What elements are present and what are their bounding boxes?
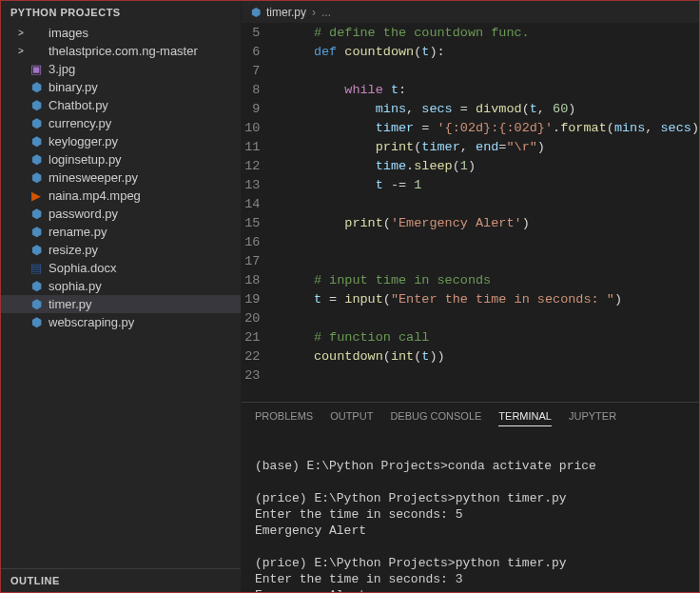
file-item-label: naina.mp4.mpeg	[49, 188, 141, 203]
line-number: 22	[242, 347, 260, 366]
python-icon: ⬢	[28, 116, 45, 130]
python-icon: ⬢	[28, 279, 45, 293]
file-item-label: webscraping.py	[49, 315, 134, 329]
file-item-label: keylogger.py	[49, 134, 118, 148]
explorer-section-title: PYTHON PROJECTS	[1, 1, 241, 24]
file-item-label: timer.py	[49, 297, 92, 311]
file-item[interactable]: ⬢timer.py	[1, 295, 241, 313]
doc-icon: ▤	[28, 261, 45, 275]
code-line[interactable]: t -= 1	[282, 176, 699, 195]
terminal-line: (price) E:\Python Projects>python timer.…	[255, 490, 686, 506]
code-line[interactable]: mins, secs = divmod(t, 60)	[282, 100, 699, 119]
line-number: 10	[242, 119, 260, 138]
code-line[interactable]	[282, 309, 699, 328]
code-line[interactable]: print(timer, end="\r")	[282, 138, 699, 157]
code-line[interactable]: timer = '{:02d}:{:02d}'.format(mins, sec…	[282, 119, 699, 138]
bottom-panel: PROBLEMSOUTPUTDEBUG CONSOLETERMINALJUPYT…	[242, 402, 699, 592]
panel-tab[interactable]: TERMINAL	[498, 410, 552, 426]
editor-tab-timer[interactable]: ⬢ timer.py › ...	[242, 1, 340, 23]
line-number: 18	[242, 271, 260, 290]
video-icon: ▶	[28, 188, 45, 203]
python-icon: ⬢	[28, 80, 45, 94]
panel-tab[interactable]: PROBLEMS	[255, 410, 313, 426]
file-item-label: 3.jpg	[49, 62, 75, 76]
panel-tab[interactable]: OUTPUT	[330, 410, 373, 426]
file-item-label: sophia.py	[49, 279, 102, 293]
file-item[interactable]: >images	[1, 24, 241, 42]
editor-area: ⬢ timer.py › ... 56789101112131415161718…	[242, 1, 699, 592]
code-line[interactable]	[282, 62, 699, 81]
python-icon: ⬢	[28, 134, 45, 148]
line-number-gutter: 567891011121314151617181920212223	[242, 24, 275, 402]
code-line[interactable]: while t:	[282, 81, 699, 100]
code-line[interactable]	[282, 195, 699, 214]
line-number: 11	[242, 138, 260, 157]
line-number: 7	[242, 62, 260, 81]
file-item[interactable]: ⬢password.py	[1, 205, 241, 223]
terminal-line: Emergency Alert	[255, 523, 686, 539]
python-icon: ⬢	[28, 225, 45, 239]
file-item[interactable]: ⬢loginsetup.py	[1, 150, 241, 168]
code-line[interactable]	[282, 366, 699, 385]
chevron-right-icon: >	[14, 28, 28, 38]
chevron-right-icon: ›	[312, 6, 316, 19]
panel-tab[interactable]: DEBUG CONSOLE	[390, 410, 481, 426]
chevron-right-icon: >	[14, 46, 28, 56]
terminal-line: Enter the time in seconds: 5	[255, 506, 686, 523]
file-item[interactable]: ▣3.jpg	[1, 60, 241, 78]
code-line[interactable]: # input time in seconds	[282, 271, 699, 290]
terminal-line: (price) E:\Python Projects>python timer.…	[255, 555, 686, 571]
line-number: 14	[242, 195, 260, 214]
file-item[interactable]: ⬢rename.py	[1, 223, 241, 241]
code-line[interactable]: time.sleep(1)	[282, 157, 699, 176]
panel-tab[interactable]: JUPYTER	[569, 410, 616, 426]
file-item[interactable]: ⬢sophia.py	[1, 277, 241, 295]
code-line[interactable]: # define the countdown func.	[282, 24, 699, 43]
outline-section-title[interactable]: OUTLINE	[1, 568, 241, 592]
image-icon: ▣	[28, 62, 45, 76]
terminal-output[interactable]: (base) E:\Python Projects>conda activate…	[242, 432, 699, 593]
python-icon: ⬢	[28, 98, 45, 112]
file-item-label: minesweeper.py	[49, 170, 138, 185]
code-line[interactable]: countdown(int(t))	[282, 347, 699, 366]
file-item[interactable]: ⬢minesweeper.py	[1, 168, 241, 187]
code-content[interactable]: # define the countdown func. def countdo…	[275, 24, 699, 402]
code-editor[interactable]: 567891011121314151617181920212223 # defi…	[242, 24, 699, 402]
terminal-line	[255, 539, 686, 555]
python-icon: ⬢	[28, 152, 45, 167]
file-item[interactable]: ⬢webscraping.py	[1, 313, 241, 331]
file-item-label: Chatbot.py	[49, 98, 108, 112]
code-line[interactable]: t = input("Enter the time in seconds: ")	[282, 290, 699, 309]
file-item[interactable]: ⬢resize.py	[1, 241, 241, 259]
file-item[interactable]: ⬢binary.py	[1, 78, 241, 96]
file-item[interactable]: ▤Sophia.docx	[1, 259, 241, 277]
line-number: 9	[242, 100, 260, 119]
code-line[interactable]: def countdown(t):	[282, 43, 699, 62]
line-number: 6	[242, 43, 260, 62]
breadcrumb-more[interactable]: ...	[321, 6, 331, 19]
code-line[interactable]: print('Emergency Alert')	[282, 214, 699, 233]
python-icon: ⬢	[28, 170, 45, 185]
code-line[interactable]	[282, 252, 699, 271]
file-item[interactable]: ⬢currency.py	[1, 114, 241, 132]
terminal-line	[255, 442, 686, 458]
line-number: 20	[242, 309, 260, 328]
line-number: 19	[242, 290, 260, 309]
terminal-line: Emergency Alert	[255, 587, 686, 593]
file-item[interactable]: ⬢keylogger.py	[1, 132, 241, 150]
file-item-label: resize.py	[49, 243, 98, 257]
file-tree[interactable]: >images>thelastprice.com.ng-master▣3.jpg…	[1, 24, 241, 568]
python-icon: ⬢	[28, 297, 45, 311]
code-line[interactable]	[282, 233, 699, 252]
line-number: 16	[242, 233, 260, 252]
file-item[interactable]: >thelastprice.com.ng-master	[1, 42, 241, 60]
python-icon: ⬢	[28, 207, 45, 221]
file-item-label: currency.py	[49, 116, 111, 130]
python-icon: ⬢	[251, 6, 261, 19]
panel-tab-bar: PROBLEMSOUTPUTDEBUG CONSOLETERMINALJUPYT…	[242, 403, 699, 432]
code-line[interactable]: # function call	[282, 328, 699, 347]
tab-filename: timer.py	[266, 6, 306, 19]
file-item[interactable]: ⬢Chatbot.py	[1, 96, 241, 114]
file-item-label: loginsetup.py	[49, 152, 122, 167]
file-item[interactable]: ▶naina.mp4.mpeg	[1, 187, 241, 205]
